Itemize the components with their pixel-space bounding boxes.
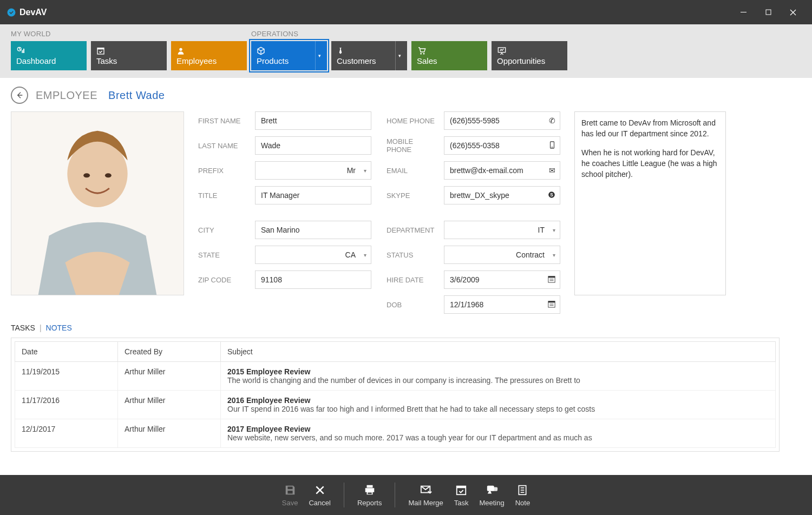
label-prefix: PREFIX: [198, 167, 250, 175]
cell-date: 11/17/2016: [15, 391, 118, 419]
home-phone-input[interactable]: (626)555-5985✆: [444, 111, 560, 130]
mailmerge-button[interactable]: Mail Merge: [403, 484, 448, 507]
chevron-down-icon[interactable]: ▾: [315, 41, 324, 70]
title-input[interactable]: IT Manager: [255, 186, 371, 204]
minimize-button[interactable]: [731, 0, 756, 24]
tie-icon: [337, 47, 393, 56]
dashboard-icon: [16, 47, 81, 56]
form-columns: FIRST NAME Brett LAST NAME Wade PREFIX M…: [198, 111, 560, 314]
subtabs: TASKS | NOTES: [11, 323, 780, 332]
svg-rect-24: [548, 301, 555, 302]
chevron-down-icon[interactable]: ▾: [395, 41, 404, 70]
meeting-button[interactable]: Meeting: [474, 484, 509, 507]
tab-tasks[interactable]: TASKS: [11, 323, 35, 332]
department-select[interactable]: IT▾: [444, 221, 560, 239]
tile-products[interactable]: Products▾: [251, 41, 327, 70]
svg-rect-3: [22, 50, 23, 52]
phone-icon: ✆: [549, 116, 555, 125]
reports-button[interactable]: Reports: [352, 484, 388, 507]
svg-rect-0: [741, 12, 746, 12]
entity-name: Brett Wade: [108, 89, 165, 101]
main-content: EMPLOYEE Brett Wade FIRST NAME Brett LAS: [0, 78, 812, 475]
back-button[interactable]: [11, 87, 28, 104]
ribbon-group: MY WORLDDashboardTasksEmployees: [11, 30, 247, 70]
bio-p1: Brett came to DevAv from Microsoft and h…: [581, 117, 719, 140]
label-zip: ZIP CODE: [198, 276, 250, 284]
tile-label: Employees: [176, 56, 241, 65]
tile-tasks[interactable]: Tasks: [91, 41, 167, 70]
save-button[interactable]: Save: [277, 484, 304, 507]
close-icon: [315, 484, 325, 497]
bottombar: Save Cancel Reports Mail Merge Task Meet…: [0, 475, 812, 515]
svg-text:S: S: [550, 192, 553, 197]
ribbon: MY WORLDDashboardTasksEmployeesOPERATION…: [0, 24, 812, 78]
save-icon: [284, 484, 296, 497]
col-created-by[interactable]: Created By: [118, 342, 221, 362]
label-title: TITLE: [198, 192, 250, 200]
tab-notes[interactable]: NOTES: [46, 323, 72, 332]
table-row[interactable]: 11/17/2016Arthur Miller2016 Employee Rev…: [15, 391, 776, 419]
cancel-button[interactable]: Cancel: [303, 484, 336, 507]
col-date[interactable]: Date: [15, 342, 118, 362]
presentation-icon: [497, 47, 562, 56]
table-row[interactable]: 11/19/2015Arthur Miller2015 Employee Rev…: [15, 362, 776, 391]
ribbon-group: OPERATIONSProducts▾Customers▾SalesOpport…: [251, 30, 567, 70]
tile-customers[interactable]: Customers▾: [331, 41, 407, 70]
svg-rect-4: [23, 49, 24, 53]
calendar-icon: [548, 300, 555, 309]
svg-rect-1: [766, 10, 771, 15]
close-button[interactable]: [781, 0, 806, 24]
label-email: EMAIL: [387, 167, 438, 175]
entity-label: EMPLOYEE: [36, 89, 97, 101]
col-subject[interactable]: Subject: [221, 342, 776, 362]
cell-created-by: Arthur Miller: [118, 362, 221, 391]
mobile-icon: [549, 141, 555, 150]
app-title: DevAV: [19, 8, 47, 17]
last-name-input[interactable]: Wade: [255, 136, 371, 155]
zip-input[interactable]: 91108: [255, 270, 371, 289]
chevron-down-icon: ▾: [364, 252, 366, 258]
cell-subject: 2015 Employee ReviewThe world is changin…: [221, 362, 776, 391]
cart-icon: [417, 47, 482, 56]
box-icon: [257, 47, 313, 56]
label-home-phone: HOME PHONE: [387, 117, 438, 125]
detail-row: FIRST NAME Brett LAST NAME Wade PREFIX M…: [11, 111, 780, 314]
table-row[interactable]: 12/1/2017Arthur Miller2017 Employee Revi…: [15, 419, 776, 448]
email-input[interactable]: brettw@dx-email.com✉: [444, 161, 560, 180]
chevron-down-icon: ▾: [553, 252, 555, 258]
city-input[interactable]: San Marino: [255, 221, 371, 239]
tile-employees[interactable]: Employees: [171, 41, 247, 70]
form-col-left: FIRST NAME Brett LAST NAME Wade PREFIX M…: [198, 111, 371, 314]
svg-rect-6: [97, 48, 104, 49]
skype-input[interactable]: brettw_DX_skypeS: [444, 186, 560, 204]
task-button[interactable]: Task: [449, 484, 474, 507]
tile-label: Sales: [417, 56, 482, 65]
bio-box: Brett came to DevAv from Microsoft and h…: [574, 111, 726, 295]
cell-date: 12/1/2017: [15, 419, 118, 448]
page-title: EMPLOYEE Brett Wade: [36, 89, 165, 102]
mail-icon: ✉: [549, 166, 555, 175]
label-last-name: LAST NAME: [198, 142, 250, 150]
dob-input[interactable]: 12/1/1968: [444, 295, 560, 314]
tile-opportunities[interactable]: Opportunities: [492, 41, 567, 70]
tile-label: Dashboard: [16, 56, 81, 65]
first-name-input[interactable]: Brett: [255, 111, 371, 130]
tile-label: Products: [257, 56, 313, 65]
person-placeholder-icon: [11, 112, 184, 295]
calendar-icon: [548, 275, 555, 285]
titlebar: DevAV: [0, 0, 812, 24]
svg-point-14: [105, 173, 112, 177]
mobile-phone-input[interactable]: (626)555-0358: [444, 136, 560, 155]
tile-label: Customers: [337, 56, 393, 65]
prefix-select[interactable]: Mr▾: [255, 161, 371, 180]
print-icon: [364, 484, 376, 497]
hire-date-input[interactable]: 3/6/2009: [444, 270, 560, 289]
tile-dashboard[interactable]: Dashboard: [11, 41, 87, 70]
maximize-button[interactable]: [756, 0, 781, 24]
tile-sales[interactable]: Sales: [411, 41, 487, 70]
note-button[interactable]: Note: [510, 484, 535, 507]
status-select[interactable]: Contract▾: [444, 246, 560, 264]
label-dob: DOB: [387, 301, 438, 309]
label-mobile-phone: MOBILE PHONE: [387, 137, 438, 154]
state-select[interactable]: CA▾: [255, 246, 371, 264]
